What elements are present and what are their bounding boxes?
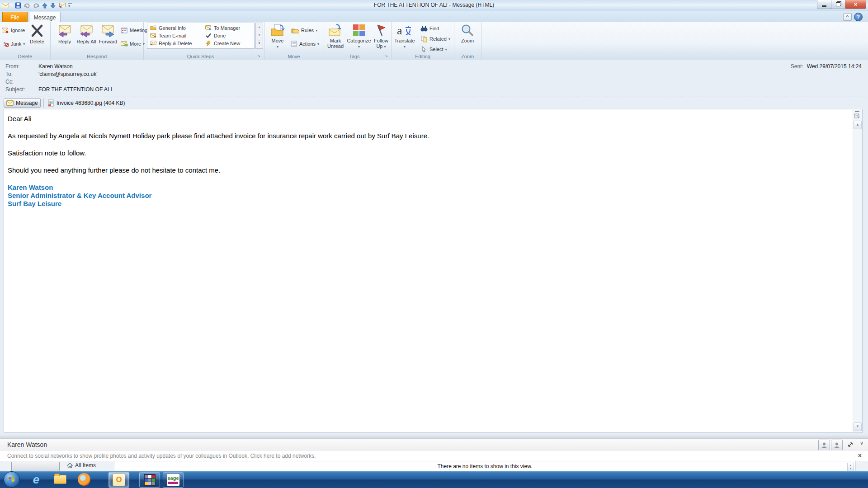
- quick-step-general-info[interactable]: General info: [150, 24, 186, 32]
- message-body[interactable]: Dear Ali As requested by Angela at Nicol…: [4, 109, 863, 433]
- zoom-magnifier-icon: [460, 23, 475, 37]
- minimize-icon: [822, 5, 826, 7]
- people-pane-activity-list[interactable]: There are no items to show in this view.…: [114, 461, 856, 472]
- taskbar-divider: [134, 473, 134, 486]
- reply-all-button[interactable]: Reply All: [75, 23, 97, 51]
- quick-steps-dialog-launcher[interactable]: ↘: [257, 54, 262, 59]
- junk-button[interactable]: Junk ▾: [2, 39, 25, 48]
- follow-up-flag-icon: [374, 23, 388, 37]
- start-button[interactable]: [4, 472, 20, 487]
- reply-icon: [57, 23, 72, 38]
- people-pane-collapse-icon[interactable]: ∨: [860, 440, 863, 446]
- quick-step-create-new[interactable]: Create New: [205, 39, 240, 47]
- quick-step-to-manager[interactable]: To Manager: [205, 24, 240, 32]
- quick-step-team-email[interactable]: Team E-mail: [150, 32, 186, 39]
- people-pane-tab-button[interactable]: [11, 462, 60, 471]
- ribbon-group-respond: Reply Reply All Forward Meeting More ▾ R…: [50, 22, 144, 60]
- tags-dialog-launcher[interactable]: ↘: [385, 54, 390, 59]
- taskbar-internet-explorer[interactable]: e: [28, 472, 44, 487]
- scroll-down-button[interactable]: ▼: [854, 422, 862, 431]
- signature-title: Senior Administrator & Key Account Advis…: [8, 192, 844, 200]
- related-button[interactable]: Related ▾: [420, 34, 450, 43]
- reply-button[interactable]: Reply: [54, 23, 75, 51]
- find-binoculars-icon: [420, 25, 428, 32]
- social-connect-text[interactable]: Connect to social networks to show profi…: [7, 453, 316, 459]
- taskbar-windows-explorer[interactable]: [52, 472, 69, 487]
- delete-button[interactable]: Delete: [26, 23, 48, 51]
- taskbar-firefox[interactable]: [75, 472, 93, 487]
- page-options-icon[interactable]: [854, 113, 860, 119]
- folder-info-icon: [150, 25, 156, 30]
- subject-label: Subject:: [5, 86, 25, 94]
- help-button[interactable]: ?: [854, 13, 863, 21]
- body-paragraph: Satisfaction note to follow.: [8, 149, 844, 157]
- scrollbar-split-handle[interactable]: [855, 111, 859, 112]
- to-manager-icon: [205, 25, 212, 30]
- people-pane-spinner[interactable]: ▴ ▾: [847, 463, 854, 471]
- firefox-icon: [78, 473, 90, 486]
- empty-view-message: There are no items to show in this view.: [114, 463, 855, 469]
- select-button[interactable]: Select ▾: [420, 45, 447, 54]
- subject-value: FOR THE ATTENTION OF ALI: [38, 86, 112, 94]
- taskbar-outlook-active[interactable]: O: [108, 472, 129, 488]
- message-envelope-icon: [6, 100, 14, 106]
- home-icon: [67, 463, 73, 469]
- forward-button[interactable]: Forward: [97, 23, 119, 51]
- svg-text:a: a: [397, 24, 402, 37]
- reply-all-icon: [79, 23, 94, 38]
- close-button[interactable]: ×: [845, 0, 866, 9]
- taskbar-app-grid[interactable]: [139, 472, 160, 488]
- rules-icon: [291, 27, 299, 33]
- find-button[interactable]: Find: [420, 24, 439, 33]
- message-view-tab[interactable]: Message: [4, 99, 41, 108]
- person-icon: [821, 441, 828, 449]
- quick-step-done[interactable]: Done: [205, 32, 226, 39]
- more-envelope-icon: [121, 41, 128, 47]
- attachment-bar: Message Invoice 463680.jpg (404 KB): [0, 97, 868, 109]
- translate-button[interactable]: a Translate▾: [392, 23, 417, 51]
- close-icon: ×: [854, 1, 858, 8]
- actions-button[interactable]: Actions ▾: [291, 39, 319, 48]
- quick-step-reply-delete[interactable]: Reply & Delete: [150, 39, 192, 47]
- actions-icon: [291, 41, 297, 47]
- attachment-item[interactable]: Invoice 463680.jpg (404 KB): [43, 99, 125, 108]
- message-text: Dear Ali As requested by Angela at Nicol…: [8, 115, 844, 208]
- social-bar-close-icon[interactable]: ×: [858, 452, 862, 459]
- ignore-icon: [2, 28, 9, 33]
- collapse-ribbon-button[interactable]: ^: [843, 13, 852, 21]
- message-header: From: Karen Watson To: 'claims@spisurrey…: [0, 60, 868, 97]
- internet-explorer-icon: e: [33, 473, 39, 487]
- more-respond-button[interactable]: More ▾: [121, 39, 145, 48]
- people-pane-expand-icon[interactable]: [847, 441, 854, 448]
- all-items-filter[interactable]: All Items: [67, 462, 96, 469]
- tab-message[interactable]: Message: [29, 12, 61, 23]
- rules-button[interactable]: Rules ▾: [291, 26, 317, 35]
- mark-unread-button[interactable]: Mark Unread: [325, 23, 346, 51]
- body-paragraph: Should you need anything further please …: [8, 166, 844, 174]
- categorize-button[interactable]: Categorize▾: [346, 23, 372, 51]
- grid-app-icon: [144, 474, 156, 486]
- outlook-icon: O: [113, 474, 125, 486]
- quick-steps-scroll-up[interactable]: ▴: [256, 23, 263, 31]
- ignore-button[interactable]: Ignore: [2, 26, 25, 35]
- quick-steps-more[interactable]: ▾: [256, 39, 263, 47]
- follow-up-button[interactable]: Follow Up ▾: [372, 23, 391, 51]
- people-pane-header: Karen Watson ∨: [0, 438, 868, 450]
- ribbon-group-tags: Mark Unread Categorize▾ Follow Up ▾ Tags…: [324, 22, 392, 60]
- vertical-scrollbar[interactable]: ▲ ▼: [853, 110, 862, 432]
- tab-file[interactable]: File: [2, 12, 28, 23]
- people-pane-view1-button[interactable]: [818, 440, 830, 450]
- scroll-up-button[interactable]: ▲: [854, 121, 862, 129]
- from-value: Karen Watson: [38, 63, 73, 70]
- minimize-button[interactable]: [817, 0, 831, 9]
- signature-name: Karen Watson: [8, 183, 844, 192]
- sent-row: Sent:Wed 29/07/2015 14:24: [791, 63, 862, 70]
- forward-icon: [100, 23, 116, 38]
- people-pane-view2-button[interactable]: [831, 440, 843, 450]
- zoom-button[interactable]: Zoom: [457, 23, 478, 51]
- move-button[interactable]: Move▾: [267, 23, 288, 51]
- body-paragraph: As requested by Angela at Nicols Nymett …: [8, 132, 844, 140]
- taskbar-sage[interactable]: sage: [163, 472, 184, 488]
- restore-button[interactable]: [831, 0, 845, 9]
- quick-steps-scroll-down[interactable]: ▾: [256, 31, 263, 39]
